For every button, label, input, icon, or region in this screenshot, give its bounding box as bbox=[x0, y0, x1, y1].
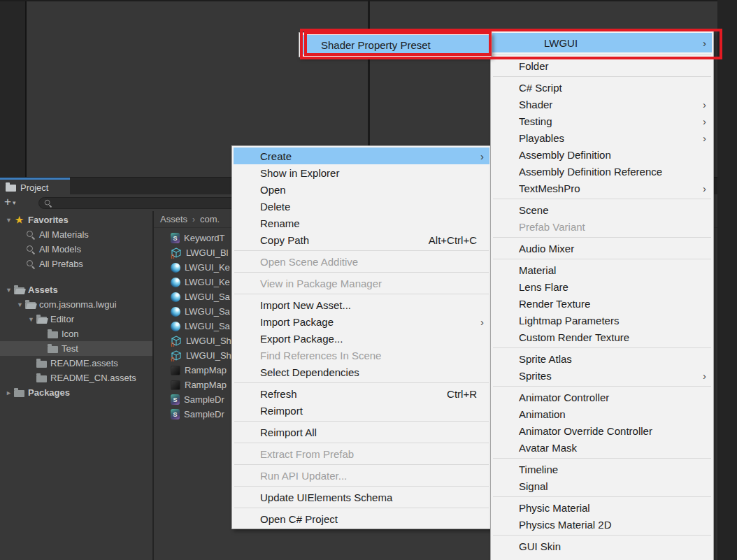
menu-item-export-package[interactable]: Export Package... bbox=[234, 330, 489, 347]
menu-item-sprite-atlas[interactable]: Sprite Atlas bbox=[492, 350, 712, 367]
menu-item-label: View in Package Manager bbox=[260, 278, 382, 289]
menu-item-gui-skin[interactable]: GUI Skin bbox=[492, 538, 712, 554]
caret-open-icon[interactable]: ▼ bbox=[15, 301, 24, 308]
sidebar-item-packages[interactable]: ►Packages bbox=[0, 385, 152, 400]
menu-item-signal[interactable]: Signal bbox=[492, 478, 712, 494]
search-icon bbox=[44, 199, 52, 207]
create-submenu: LWGUI›FolderC# ScriptShader›Testing›Play… bbox=[490, 31, 714, 560]
menu-item-label: Physics Material 2D bbox=[519, 519, 612, 531]
menu-item-shader[interactable]: Shader› bbox=[492, 96, 712, 113]
menu-item-physic-material[interactable]: Physic Material bbox=[492, 499, 712, 516]
folder-icon bbox=[48, 331, 58, 338]
submenu-arrow-icon: › bbox=[703, 183, 706, 194]
tree-item-label: Packages bbox=[28, 387, 70, 398]
menu-item-label: Refresh bbox=[260, 388, 297, 400]
menu-item-animation[interactable]: Animation bbox=[492, 405, 712, 422]
sidebar-item-all-models[interactable]: All Models bbox=[0, 242, 152, 257]
menu-item-delete[interactable]: Delete bbox=[234, 198, 489, 215]
submenu-arrow-icon: › bbox=[703, 133, 706, 143]
tree-item-label: Test bbox=[62, 343, 78, 354]
menu-item-folder[interactable]: Folder bbox=[492, 57, 712, 74]
dropdown-caret-icon: ▾ bbox=[13, 199, 16, 207]
asset-name: RampMap bbox=[185, 365, 227, 375]
sidebar-item-all-prefabs[interactable]: All Prefabs bbox=[0, 257, 152, 271]
caret-open-icon[interactable]: ▼ bbox=[4, 287, 13, 294]
menu-item-reimport[interactable]: Reimport bbox=[234, 402, 489, 419]
menu-item-lightmap-parameters[interactable]: Lightmap Parameters bbox=[492, 312, 712, 329]
menu-item-c-script[interactable]: C# Script bbox=[492, 79, 712, 96]
menu-item-label: Testing bbox=[519, 115, 552, 127]
asset-name: LWGUI_Sh bbox=[186, 336, 231, 346]
sidebar-item-favorites[interactable]: ▼★Favorites bbox=[0, 213, 152, 227]
menu-item-update-uielements-schema[interactable]: Update UIElements Schema bbox=[234, 489, 489, 505]
breadcrumb-assets[interactable]: Assets bbox=[160, 214, 187, 224]
tree-item-label: Icon bbox=[62, 329, 79, 339]
menu-item-label: Create bbox=[260, 150, 292, 162]
menu-item-playables[interactable]: Playables› bbox=[492, 129, 712, 146]
menu-item-label: Sprite Atlas bbox=[519, 353, 572, 365]
menu-item-create[interactable]: Create› bbox=[234, 148, 489, 164]
menu-item-assembly-definition[interactable]: Assembly Definition bbox=[492, 146, 712, 163]
menu-item-import-package[interactable]: Import Package› bbox=[234, 313, 489, 330]
menu-item-lens-flare[interactable]: Lens Flare bbox=[492, 278, 712, 295]
asset-name: RampMap bbox=[185, 380, 227, 390]
sidebar-item-readme-assets[interactable]: README.assets bbox=[0, 356, 152, 371]
menu-item-custom-render-texture[interactable]: Custom Render Texture bbox=[492, 329, 712, 345]
menu-item-label: Lens Flare bbox=[519, 281, 568, 293]
menu-item-label: Render Texture bbox=[519, 298, 590, 310]
menu-separator bbox=[234, 294, 489, 294]
menu-item-animator-controller[interactable]: Animator Controller bbox=[492, 389, 712, 405]
menu-item-sprites[interactable]: Sprites› bbox=[492, 367, 712, 384]
shader-asset-icon: {} bbox=[171, 350, 182, 361]
menu-item-open-c-project[interactable]: Open C# Project bbox=[234, 510, 489, 527]
menu-item-rename[interactable]: Rename bbox=[234, 215, 489, 231]
menu-item-assembly-definition-reference[interactable]: Assembly Definition Reference bbox=[492, 163, 712, 180]
open-folder-icon bbox=[36, 317, 47, 324]
caret-open-icon[interactable]: ▼ bbox=[4, 217, 13, 224]
menu-separator bbox=[234, 508, 489, 508]
open-folder-icon bbox=[14, 287, 24, 294]
sidebar-item-assets[interactable]: ▼Assets bbox=[0, 282, 152, 297]
menu-item-avatar-mask[interactable]: Avatar Mask bbox=[492, 439, 712, 456]
sidebar-item-all-materials[interactable]: All Materials bbox=[0, 227, 152, 242]
menu-item-open[interactable]: Open bbox=[234, 181, 489, 198]
search-icon bbox=[26, 259, 35, 268]
material-asset-icon bbox=[171, 322, 180, 331]
material-asset-icon bbox=[171, 278, 180, 287]
menu-item-animator-override-controller[interactable]: Animator Override Controller bbox=[492, 422, 712, 439]
menu-item-select-dependencies[interactable]: Select Dependencies bbox=[234, 364, 489, 380]
breadcrumb-folder[interactable]: com. bbox=[200, 214, 220, 224]
menu-item-refresh[interactable]: RefreshCtrl+R bbox=[234, 385, 489, 402]
sidebar-item-editor[interactable]: ▼Editor bbox=[0, 312, 152, 326]
menu-item-scene[interactable]: Scene bbox=[492, 201, 712, 218]
material-asset-icon bbox=[171, 307, 180, 317]
menu-item-copy-path[interactable]: Copy PathAlt+Ctrl+C bbox=[234, 231, 489, 248]
menu-separator bbox=[234, 443, 489, 443]
menu-item-textmeshpro[interactable]: TextMeshPro› bbox=[492, 180, 712, 196]
menu-item-reimport-all[interactable]: Reimport All bbox=[234, 424, 489, 440]
menu-item-import-new-asset[interactable]: Import New Asset... bbox=[234, 296, 489, 313]
menu-item-label: Find References In Scene bbox=[260, 350, 381, 361]
menu-item-show-in-explorer[interactable]: Show in Explorer bbox=[234, 164, 489, 181]
menu-separator bbox=[493, 347, 711, 348]
tab-project[interactable]: Project bbox=[0, 178, 70, 195]
caret-closed-icon[interactable]: ► bbox=[4, 389, 13, 396]
sidebar-item-com-jasonma-lwgui[interactable]: ▼com.jasonma.lwgui bbox=[0, 297, 152, 312]
caret-open-icon[interactable]: ▼ bbox=[27, 316, 36, 323]
menu-item-audio-mixer[interactable]: Audio Mixer bbox=[492, 240, 712, 257]
menu-item-timeline[interactable]: Timeline bbox=[492, 461, 712, 478]
sidebar-item-readme-cn-assets[interactable]: README_CN.assets bbox=[0, 371, 152, 385]
sidebar-item-test[interactable]: Test bbox=[0, 341, 152, 356]
asset-name: LWGUI_Sh bbox=[186, 350, 231, 361]
menu-item-render-texture[interactable]: Render Texture bbox=[492, 295, 712, 312]
menu-item-physics-material-2d[interactable]: Physics Material 2D bbox=[492, 516, 712, 533]
menu-item-testing[interactable]: Testing› bbox=[492, 113, 712, 129]
tree-icon-slot bbox=[13, 286, 25, 294]
menu-item-material[interactable]: Material bbox=[492, 261, 712, 278]
sidebar-item-icon[interactable]: Icon bbox=[0, 326, 152, 341]
menu-separator bbox=[493, 199, 711, 199]
create-asset-button[interactable]: + ▾ bbox=[4, 196, 15, 207]
folder-icon bbox=[36, 361, 47, 368]
asset-name: SampleDr bbox=[184, 409, 224, 419]
menu-item-custom-font[interactable]: Custom Font bbox=[492, 554, 712, 560]
